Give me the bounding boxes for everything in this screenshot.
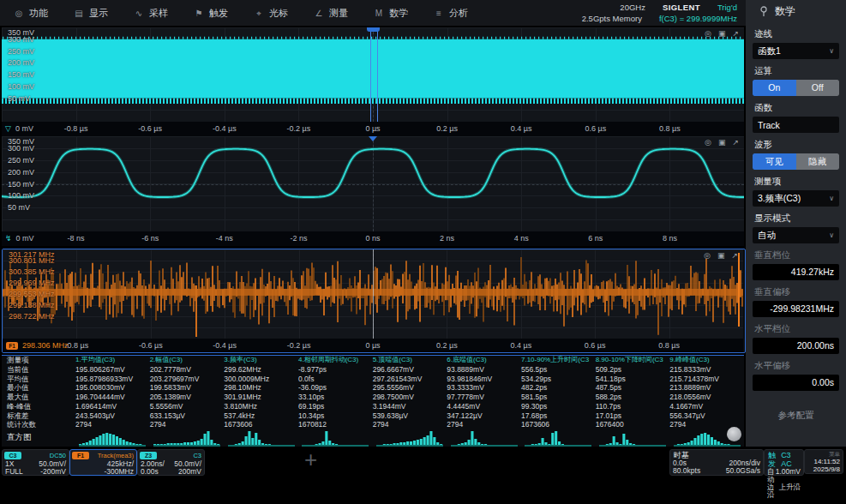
menu-item-measure[interactable]: ∠测量	[314, 7, 348, 20]
waveform-toggle-off[interactable]: 隐藏	[796, 153, 840, 170]
table-corner-header: 测量项	[2, 356, 75, 365]
table-cell: 509.2ps	[596, 365, 670, 375]
horizontal-offset-value[interactable]: 0.00s	[753, 375, 839, 391]
table-cell: 541.18ps	[596, 375, 670, 384]
waveform-toggle[interactable]: 可见隐藏	[753, 153, 839, 170]
popout-icon[interactable]: ↗	[731, 251, 738, 260]
settings-icon[interactable]: ◎	[704, 251, 711, 260]
table-row: 统计次数279427941673606167081227942794167360…	[2, 420, 744, 429]
y-tick-label: 200 mV	[8, 58, 34, 67]
channel-offset-marker[interactable]: ▽	[5, 124, 11, 133]
table-cell: 4.4445mV	[447, 402, 521, 411]
trigger-box[interactable]: 触发 C3 AC 自动 1.00mV 边沿 上升沿	[764, 449, 804, 476]
menu-item-label: 分析	[449, 7, 468, 20]
operation-toggle-on[interactable]: On	[753, 80, 796, 96]
zoom-window-right-edge[interactable]	[377, 27, 378, 122]
row-label: 平均值	[2, 375, 75, 384]
operation-toggle[interactable]: OnOff	[753, 80, 839, 96]
c3-voffset: -200mV	[36, 468, 67, 476]
dropdown-value: 函数1	[758, 45, 781, 57]
vertical-scale-value[interactable]: 419.27kHz	[753, 264, 839, 280]
x-tick-label: 8 ns	[663, 234, 677, 243]
math-icon: M	[374, 9, 384, 18]
settings-icon[interactable]: ◎	[705, 138, 711, 147]
channel-c3-box[interactable]: C3 DC50 1X 50.0mV/ FULL -200mV	[2, 449, 69, 476]
plot-zoom-trace[interactable]: ◎ ▣ ↗ 350 mV300 mV250 mV200 mV150 mV100 …	[2, 136, 744, 231]
sidebar-title: 数学	[775, 4, 795, 19]
menu-item-label: 触发	[209, 7, 228, 20]
zoom-trace-marker[interactable]: ↯	[5, 234, 12, 243]
zoom-window-left-edge[interactable]	[370, 27, 371, 122]
add-trace-button[interactable]: +	[304, 447, 317, 473]
menu-item-math[interactable]: M数学	[374, 7, 408, 20]
zoom-z3-box[interactable]: Z3 C3 2.00ns/ 50.0mV/ 0.00s 200mV	[137, 449, 205, 476]
menu-item-utility[interactable]: ◎功能	[14, 7, 48, 20]
z3-voffset: 200mV	[171, 468, 202, 476]
plot-track-function[interactable]: ◎ ▣ ↗ 301.217 MHz300.801 MHz300.385 MHz2…	[3, 249, 743, 339]
y-tick-label: 299.969 MHz	[9, 279, 55, 287]
mini-histogram-7	[521, 430, 596, 447]
table-cell: 97.7778mV	[447, 393, 521, 402]
sidebar-label-waveform: 波形	[754, 139, 846, 151]
display-mode-dropdown[interactable]: 自动∨	[753, 227, 839, 243]
f1-function-name: Track(mea3)	[98, 452, 134, 459]
row-label: 标准差	[2, 411, 75, 421]
trace-dropdown[interactable]: 函数1∨	[753, 43, 839, 59]
function-input[interactable]: Track	[753, 117, 839, 133]
menu-item-trigger[interactable]: ⚑触发	[194, 7, 228, 20]
waveform-toggle-on[interactable]: 可见	[753, 153, 796, 170]
table-row: 平均值195.87986933mV203.279697mV300.0009MHz…	[2, 375, 744, 384]
table-cell: 215.714378mV	[669, 375, 744, 384]
settings-icon[interactable]: ◎	[705, 29, 711, 38]
popout-icon[interactable]: ↗	[732, 29, 739, 38]
table-cell: 299.62MHz	[224, 365, 298, 375]
vertical-offset-value[interactable]: -299.98231MHz	[753, 301, 839, 317]
menu-item-cursor[interactable]: ⌖光标	[254, 7, 288, 20]
display-icon: ▤	[74, 9, 84, 18]
f1-badge: F1	[72, 452, 89, 459]
trigger-slope: 上升沿	[776, 483, 801, 499]
measurement-statistics-table: 测量项1.平均值(C3)2.幅值(C3)3.频率(C3)4.相邻周期抖动(C3)…	[2, 355, 744, 429]
y-tick-label: 250 mV	[8, 156, 34, 165]
scroll-knob[interactable]	[727, 427, 741, 441]
x-tick-label: -0.8 µs	[64, 124, 88, 133]
table-header-row: 测量项1.平均值(C3)2.幅值(C3)3.频率(C3)4.相邻周期抖动(C3)…	[2, 356, 744, 365]
mini-histogram-3	[224, 430, 298, 447]
bandwidth-label: 20GHz	[620, 2, 645, 13]
zoom-window-handle[interactable]	[367, 27, 380, 32]
menu-item-display[interactable]: ▤显示	[74, 7, 108, 20]
sidebar-section-horizontal-offset: 水平偏移0.00s	[746, 360, 846, 391]
pin-icon[interactable]	[759, 6, 768, 17]
measure-item-dropdown[interactable]: 3.频率(C3)∨	[753, 190, 839, 207]
popout-icon[interactable]: ↗	[732, 138, 739, 147]
function-f1-box[interactable]: F1 Track(mea3) 425kHz/ -300MHz	[69, 449, 137, 476]
timebase-box[interactable]: 时基 0.0s 200ns/div 80.0kpts 50.0GSa/s	[669, 449, 764, 476]
row-label: 最大值	[2, 393, 75, 402]
horizontal-scale-value[interactable]: 200.00ns	[753, 338, 839, 354]
plot-main-timeline[interactable]: ◎ ▣ ↗ 350 mV300 mV250 mV200 mV150 mV100 …	[2, 27, 744, 122]
menu-item-analysis[interactable]: ≡分析	[434, 7, 468, 20]
x-tick-label: 0 ns	[365, 234, 380, 243]
sidebar-section-function: 函数Track	[746, 102, 846, 133]
reference-config-button[interactable]: 参考配置	[746, 410, 846, 422]
expand-icon[interactable]: ▣	[718, 138, 726, 147]
trigger-position-marker[interactable]	[369, 136, 377, 141]
expand-icon[interactable]: ▣	[718, 29, 726, 38]
trigger-level: 1.00mV	[776, 468, 801, 483]
mini-histogram-6	[447, 430, 521, 447]
mini-histogram-4	[298, 430, 373, 447]
operation-toggle-off[interactable]: Off	[796, 80, 840, 96]
menu-item-acquire[interactable]: ∿采样	[134, 7, 168, 20]
table-cell: 93.981846mV	[447, 375, 521, 384]
sidebar-label-horizontal-scale: 水平档位	[754, 323, 846, 335]
y-tick-label: 299.553 MHz	[9, 290, 55, 298]
table-cell: 534.29ps	[521, 375, 596, 384]
clock-box[interactable]: 菜单 14:11:52 2025/9/8	[804, 449, 843, 474]
f1-trace-badge[interactable]: F1	[6, 342, 18, 350]
time-cursor-line[interactable]	[373, 249, 374, 339]
chevron-down-icon: ∨	[829, 231, 834, 239]
table-cell: 199.5833mV	[150, 383, 225, 393]
brand-logo: SIGLENT	[663, 2, 700, 13]
table-cell: 3.810MHz	[224, 402, 298, 411]
expand-icon[interactable]: ▣	[717, 251, 725, 260]
